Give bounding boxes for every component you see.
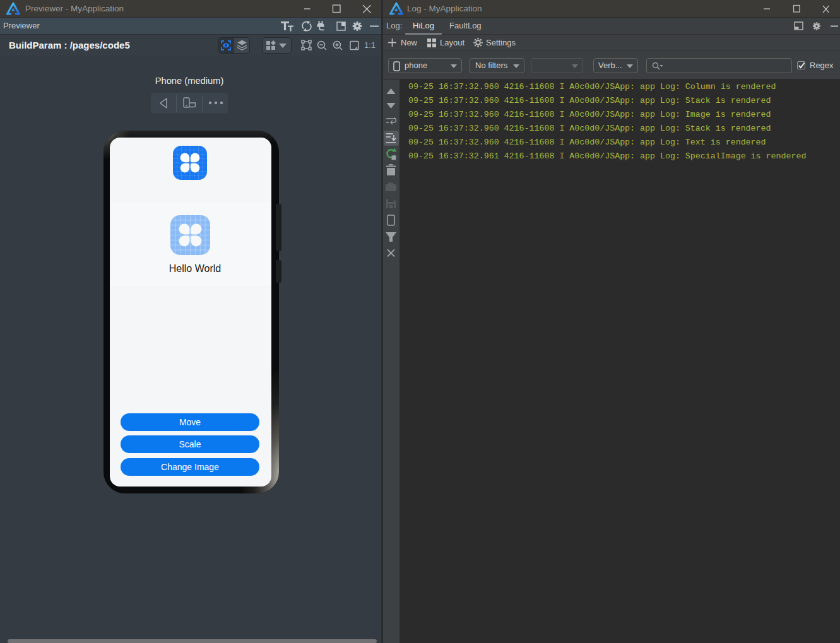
svg-text:1:1: 1:1 <box>364 40 376 50</box>
